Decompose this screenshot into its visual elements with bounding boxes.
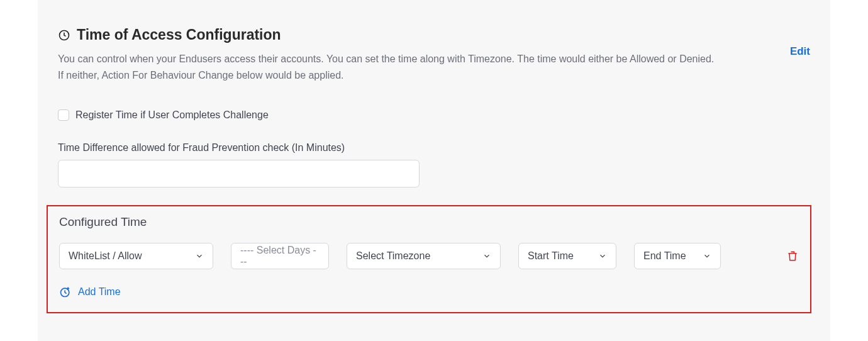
days-select[interactable]: ---- Select Days --- (231, 243, 329, 269)
page-description: You can control when your Endusers acces… (58, 51, 718, 84)
add-time-label: Add Time (78, 286, 121, 298)
time-diff-input[interactable] (58, 160, 420, 187)
title-row: Time of Access Configuration (58, 26, 718, 43)
time-row: WhiteList / Allow ---- Select Days --- S… (59, 243, 799, 269)
chevron-down-icon (598, 252, 607, 260)
chevron-down-icon (195, 252, 204, 260)
configured-time-title: Configured Time (59, 215, 799, 229)
days-select-placeholder: ---- Select Days --- (240, 245, 320, 267)
header-left: Time of Access Configuration You can con… (58, 26, 718, 84)
timezone-select[interactable]: Select Timezone (347, 243, 501, 269)
whitelist-select-label: WhiteList / Allow (69, 250, 142, 262)
time-diff-label: Time Difference allowed for Fraud Preven… (58, 142, 810, 154)
chevron-down-icon (703, 252, 711, 260)
configured-time-box: Configured Time WhiteList / Allow ---- S… (47, 205, 811, 313)
add-time-button[interactable]: Add Time (59, 286, 799, 298)
timezone-select-label: Select Timezone (356, 250, 430, 262)
whitelist-select[interactable]: WhiteList / Allow (59, 243, 213, 269)
config-card: Time of Access Configuration You can con… (38, 0, 830, 341)
start-time-select[interactable]: Start Time (518, 243, 616, 269)
clock-icon (58, 29, 70, 42)
clock-plus-icon (59, 286, 72, 298)
edit-link[interactable]: Edit (790, 45, 810, 58)
register-time-label: Register Time if User Completes Challeng… (75, 109, 269, 121)
register-time-checkbox[interactable] (58, 109, 69, 121)
start-time-label: Start Time (528, 250, 574, 262)
end-time-label: End Time (643, 250, 686, 262)
chevron-down-icon (482, 252, 491, 260)
delete-row-button[interactable] (786, 250, 799, 262)
register-time-row: Register Time if User Completes Challeng… (58, 109, 810, 121)
end-time-select[interactable]: End Time (634, 243, 721, 269)
trash-icon (786, 250, 799, 262)
header-row: Time of Access Configuration You can con… (58, 26, 810, 84)
page-title: Time of Access Configuration (77, 26, 281, 43)
